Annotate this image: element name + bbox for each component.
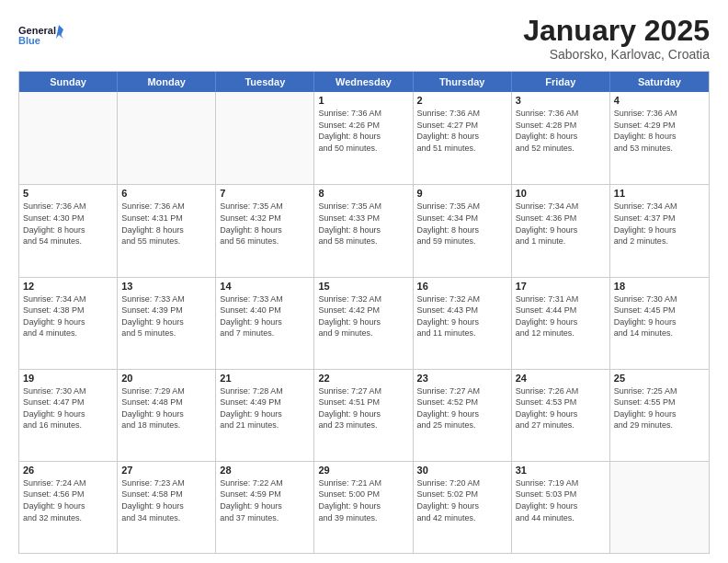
day-cell-21: 21Sunrise: 7:28 AM Sunset: 4:49 PM Dayli… — [216, 370, 314, 461]
day-cell-empty — [216, 92, 314, 184]
day-info: Sunrise: 7:19 AM Sunset: 5:03 PM Dayligh… — [516, 477, 606, 523]
day-number: 7 — [220, 188, 310, 199]
day-cell-26: 26Sunrise: 7:24 AM Sunset: 4:56 PM Dayli… — [19, 462, 118, 553]
day-info: Sunrise: 7:24 AM Sunset: 4:56 PM Dayligh… — [23, 477, 113, 523]
day-number: 6 — [121, 188, 211, 199]
weekday-header: Monday — [118, 72, 216, 92]
day-number: 11 — [614, 188, 705, 199]
calendar-header: SundayMondayTuesdayWednesdayThursdayFrid… — [19, 72, 709, 92]
calendar-body: 1Sunrise: 7:36 AM Sunset: 4:26 PM Daylig… — [19, 92, 709, 553]
day-number: 9 — [417, 188, 507, 199]
day-number: 12 — [23, 281, 113, 292]
day-number: 22 — [318, 373, 408, 384]
day-number: 5 — [23, 188, 113, 199]
day-info: Sunrise: 7:20 AM Sunset: 5:02 PM Dayligh… — [417, 477, 507, 523]
day-cell-28: 28Sunrise: 7:22 AM Sunset: 4:59 PM Dayli… — [216, 462, 314, 553]
calendar-row: 12Sunrise: 7:34 AM Sunset: 4:38 PM Dayli… — [19, 277, 709, 369]
day-cell-10: 10Sunrise: 7:34 AM Sunset: 4:36 PM Dayli… — [512, 185, 610, 276]
day-cell-29: 29Sunrise: 7:21 AM Sunset: 5:00 PM Dayli… — [314, 462, 413, 553]
weekday-header: Sunday — [19, 72, 118, 92]
day-number: 21 — [220, 373, 310, 384]
day-info: Sunrise: 7:36 AM Sunset: 4:30 PM Dayligh… — [23, 201, 113, 247]
day-info: Sunrise: 7:29 AM Sunset: 4:48 PM Dayligh… — [121, 385, 211, 431]
title-block: January 2025 Saborsko, Karlovac, Croatia — [523, 15, 710, 62]
day-cell-4: 4Sunrise: 7:36 AM Sunset: 4:29 PM Daylig… — [610, 92, 709, 184]
day-cell-8: 8Sunrise: 7:35 AM Sunset: 4:33 PM Daylig… — [314, 185, 413, 276]
day-cell-22: 22Sunrise: 7:27 AM Sunset: 4:51 PM Dayli… — [314, 370, 413, 461]
day-info: Sunrise: 7:26 AM Sunset: 4:53 PM Dayligh… — [516, 385, 606, 431]
day-info: Sunrise: 7:36 AM Sunset: 4:28 PM Dayligh… — [516, 108, 606, 154]
day-info: Sunrise: 7:34 AM Sunset: 4:36 PM Dayligh… — [516, 201, 606, 247]
day-cell-2: 2Sunrise: 7:36 AM Sunset: 4:27 PM Daylig… — [414, 92, 512, 184]
day-number: 10 — [516, 188, 606, 199]
day-info: Sunrise: 7:22 AM Sunset: 4:59 PM Dayligh… — [220, 477, 310, 523]
day-cell-empty — [19, 92, 118, 184]
day-info: Sunrise: 7:35 AM Sunset: 4:32 PM Dayligh… — [220, 201, 310, 247]
day-info: Sunrise: 7:34 AM Sunset: 4:38 PM Dayligh… — [23, 293, 113, 339]
svg-marker-2 — [56, 25, 63, 39]
day-info: Sunrise: 7:30 AM Sunset: 4:45 PM Dayligh… — [614, 293, 705, 339]
calendar-row: 19Sunrise: 7:30 AM Sunset: 4:47 PM Dayli… — [19, 369, 709, 461]
day-cell-30: 30Sunrise: 7:20 AM Sunset: 5:02 PM Dayli… — [414, 462, 512, 553]
day-number: 31 — [516, 465, 606, 476]
day-info: Sunrise: 7:28 AM Sunset: 4:49 PM Dayligh… — [220, 385, 310, 431]
svg-text:General: General — [18, 25, 56, 36]
day-cell-11: 11Sunrise: 7:34 AM Sunset: 4:37 PM Dayli… — [610, 185, 709, 276]
day-cell-18: 18Sunrise: 7:30 AM Sunset: 4:45 PM Dayli… — [610, 278, 709, 369]
weekday-header: Saturday — [610, 72, 709, 92]
logo: General Blue — [18, 15, 64, 56]
day-number: 1 — [318, 95, 408, 106]
day-number: 27 — [121, 465, 211, 476]
main-title: January 2025 — [523, 15, 710, 47]
svg-text:Blue: Blue — [18, 35, 40, 46]
day-info: Sunrise: 7:33 AM Sunset: 4:40 PM Dayligh… — [220, 293, 310, 339]
day-cell-27: 27Sunrise: 7:23 AM Sunset: 4:58 PM Dayli… — [118, 462, 216, 553]
day-number: 2 — [417, 95, 507, 106]
day-info: Sunrise: 7:31 AM Sunset: 4:44 PM Dayligh… — [516, 293, 606, 339]
day-number: 4 — [614, 95, 705, 106]
day-cell-23: 23Sunrise: 7:27 AM Sunset: 4:52 PM Dayli… — [414, 370, 512, 461]
day-cell-15: 15Sunrise: 7:32 AM Sunset: 4:42 PM Dayli… — [314, 278, 413, 369]
day-info: Sunrise: 7:32 AM Sunset: 4:43 PM Dayligh… — [417, 293, 507, 339]
page: General Blue January 2025 Saborsko, Karl… — [0, 0, 728, 563]
calendar: SundayMondayTuesdayWednesdayThursdayFrid… — [18, 71, 710, 554]
day-info: Sunrise: 7:36 AM Sunset: 4:26 PM Dayligh… — [318, 108, 408, 154]
day-number: 29 — [318, 465, 408, 476]
day-info: Sunrise: 7:27 AM Sunset: 4:51 PM Dayligh… — [318, 385, 408, 431]
day-cell-17: 17Sunrise: 7:31 AM Sunset: 4:44 PM Dayli… — [512, 278, 610, 369]
day-cell-1: 1Sunrise: 7:36 AM Sunset: 4:26 PM Daylig… — [314, 92, 413, 184]
day-number: 18 — [614, 281, 705, 292]
day-info: Sunrise: 7:34 AM Sunset: 4:37 PM Dayligh… — [614, 201, 705, 247]
weekday-header: Tuesday — [216, 72, 314, 92]
day-info: Sunrise: 7:27 AM Sunset: 4:52 PM Dayligh… — [417, 385, 507, 431]
day-cell-12: 12Sunrise: 7:34 AM Sunset: 4:38 PM Dayli… — [19, 278, 118, 369]
day-number: 24 — [516, 373, 606, 384]
calendar-row: 5Sunrise: 7:36 AM Sunset: 4:30 PM Daylig… — [19, 184, 709, 276]
day-cell-20: 20Sunrise: 7:29 AM Sunset: 4:48 PM Dayli… — [118, 370, 216, 461]
calendar-row: 1Sunrise: 7:36 AM Sunset: 4:26 PM Daylig… — [19, 92, 709, 184]
day-info: Sunrise: 7:36 AM Sunset: 4:29 PM Dayligh… — [614, 108, 705, 154]
logo-svg: General Blue — [18, 15, 64, 56]
day-cell-13: 13Sunrise: 7:33 AM Sunset: 4:39 PM Dayli… — [118, 278, 216, 369]
day-cell-empty — [610, 462, 709, 553]
day-number: 3 — [516, 95, 606, 106]
day-cell-24: 24Sunrise: 7:26 AM Sunset: 4:53 PM Dayli… — [512, 370, 610, 461]
weekday-header: Friday — [512, 72, 610, 92]
day-info: Sunrise: 7:35 AM Sunset: 4:34 PM Dayligh… — [417, 201, 507, 247]
day-number: 20 — [121, 373, 211, 384]
day-info: Sunrise: 7:36 AM Sunset: 4:31 PM Dayligh… — [121, 201, 211, 247]
day-info: Sunrise: 7:21 AM Sunset: 5:00 PM Dayligh… — [318, 477, 408, 523]
calendar-row: 26Sunrise: 7:24 AM Sunset: 4:56 PM Dayli… — [19, 461, 709, 553]
day-number: 13 — [121, 281, 211, 292]
day-cell-7: 7Sunrise: 7:35 AM Sunset: 4:32 PM Daylig… — [216, 185, 314, 276]
day-number: 25 — [614, 373, 705, 384]
day-cell-3: 3Sunrise: 7:36 AM Sunset: 4:28 PM Daylig… — [512, 92, 610, 184]
day-cell-5: 5Sunrise: 7:36 AM Sunset: 4:30 PM Daylig… — [19, 185, 118, 276]
day-number: 14 — [220, 281, 310, 292]
weekday-header: Thursday — [414, 72, 512, 92]
day-number: 30 — [417, 465, 507, 476]
day-info: Sunrise: 7:25 AM Sunset: 4:55 PM Dayligh… — [614, 385, 705, 431]
day-cell-16: 16Sunrise: 7:32 AM Sunset: 4:43 PM Dayli… — [414, 278, 512, 369]
day-info: Sunrise: 7:32 AM Sunset: 4:42 PM Dayligh… — [318, 293, 408, 339]
day-number: 17 — [516, 281, 606, 292]
